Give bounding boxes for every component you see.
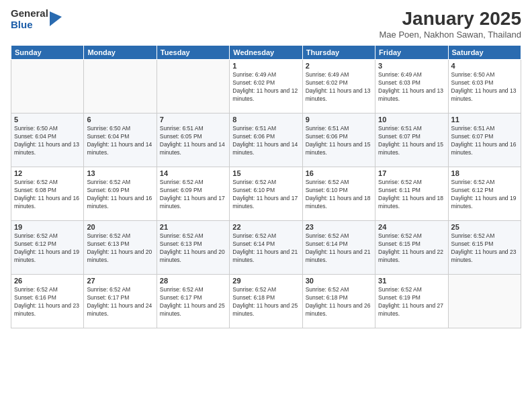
table-row: 30Sunrise: 6:52 AM Sunset: 6:18 PM Dayli… [302,275,375,328]
day-info: Sunrise: 6:52 AM Sunset: 6:15 PM Dayligh… [451,232,518,265]
table-row: 28Sunrise: 6:52 AM Sunset: 6:17 PM Dayli… [157,275,229,328]
table-row: 14Sunrise: 6:52 AM Sunset: 6:09 PM Dayli… [157,167,229,221]
day-info: Sunrise: 6:52 AM Sunset: 6:10 PM Dayligh… [232,179,299,211]
table-row: 23Sunrise: 6:52 AM Sunset: 6:14 PM Dayli… [302,221,375,275]
table-row [84,60,157,113]
day-number: 5 [14,116,81,124]
calendar-week-row: 12Sunrise: 6:52 AM Sunset: 6:08 PM Dayli… [11,167,521,221]
logo-general: General [11,8,48,19]
table-row: 7Sunrise: 6:51 AM Sunset: 6:05 PM Daylig… [157,113,229,167]
table-row: 10Sunrise: 6:51 AM Sunset: 6:07 PM Dayli… [375,113,448,167]
table-row [448,275,521,328]
day-number: 30 [306,277,372,285]
day-info: Sunrise: 6:52 AM Sunset: 6:11 PM Dayligh… [378,179,445,211]
day-number: 29 [232,277,299,285]
header-thursday: Thursday [302,46,375,60]
day-number: 20 [87,223,153,231]
day-info: Sunrise: 6:52 AM Sunset: 6:17 PM Dayligh… [160,286,226,318]
day-info: Sunrise: 6:52 AM Sunset: 6:18 PM Dayligh… [306,286,372,318]
table-row: 19Sunrise: 6:52 AM Sunset: 6:12 PM Dayli… [11,221,84,275]
day-number: 25 [451,223,518,231]
day-info: Sunrise: 6:51 AM Sunset: 6:05 PM Dayligh… [160,125,226,157]
table-row: 13Sunrise: 6:52 AM Sunset: 6:09 PM Dayli… [84,167,157,221]
header-wednesday: Wednesday [230,46,302,60]
table-row: 5Sunrise: 6:50 AM Sunset: 6:04 PM Daylig… [11,113,84,167]
day-number: 13 [87,169,153,177]
day-info: Sunrise: 6:52 AM Sunset: 6:16 PM Dayligh… [14,286,81,318]
calendar-table: Sunday Monday Tuesday Wednesday Thursday… [11,45,521,328]
day-info: Sunrise: 6:50 AM Sunset: 6:03 PM Dayligh… [451,71,518,103]
title-section: January 2025 Mae Poen, Nakhon Sawan, Tha… [379,8,521,40]
day-info: Sunrise: 6:52 AM Sunset: 6:10 PM Dayligh… [306,179,372,211]
logo-blue: Blue [11,19,48,31]
table-row: 4Sunrise: 6:50 AM Sunset: 6:03 PM Daylig… [448,60,521,113]
table-row: 26Sunrise: 6:52 AM Sunset: 6:16 PM Dayli… [11,275,84,328]
table-row: 27Sunrise: 6:52 AM Sunset: 6:17 PM Dayli… [84,275,157,328]
table-row: 6Sunrise: 6:50 AM Sunset: 6:04 PM Daylig… [84,113,157,167]
day-number: 7 [160,116,226,124]
day-number: 12 [14,169,81,177]
day-info: Sunrise: 6:52 AM Sunset: 6:12 PM Dayligh… [451,179,518,211]
calendar-week-row: 19Sunrise: 6:52 AM Sunset: 6:12 PM Dayli… [11,221,521,275]
day-info: Sunrise: 6:52 AM Sunset: 6:08 PM Dayligh… [14,179,81,211]
day-number: 8 [232,116,299,124]
table-row: 3Sunrise: 6:49 AM Sunset: 6:03 PM Daylig… [375,60,448,113]
day-info: Sunrise: 6:51 AM Sunset: 6:07 PM Dayligh… [451,125,518,157]
table-row: 25Sunrise: 6:52 AM Sunset: 6:15 PM Dayli… [448,221,521,275]
day-number: 24 [378,223,445,231]
day-info: Sunrise: 6:49 AM Sunset: 6:02 PM Dayligh… [232,71,299,103]
day-number: 10 [378,116,445,124]
day-number: 14 [160,169,226,177]
day-number: 22 [232,223,299,231]
day-number: 23 [306,223,372,231]
day-number: 16 [306,169,372,177]
month-title: January 2025 [379,8,521,30]
day-number: 1 [232,62,299,70]
calendar-week-row: 26Sunrise: 6:52 AM Sunset: 6:16 PM Dayli… [11,275,521,328]
day-info: Sunrise: 6:52 AM Sunset: 6:09 PM Dayligh… [87,179,153,211]
table-row [11,60,84,113]
day-info: Sunrise: 6:50 AM Sunset: 6:04 PM Dayligh… [14,125,81,157]
table-row: 29Sunrise: 6:52 AM Sunset: 6:18 PM Dayli… [230,275,302,328]
day-info: Sunrise: 6:49 AM Sunset: 6:02 PM Dayligh… [306,71,372,103]
table-row [157,60,229,113]
day-number: 27 [87,277,153,285]
logo: General Blue [11,8,62,30]
table-row: 22Sunrise: 6:52 AM Sunset: 6:14 PM Dayli… [230,221,302,275]
day-number: 17 [378,169,445,177]
day-info: Sunrise: 6:51 AM Sunset: 6:06 PM Dayligh… [232,125,299,157]
table-row: 9Sunrise: 6:51 AM Sunset: 6:06 PM Daylig… [302,113,375,167]
day-info: Sunrise: 6:52 AM Sunset: 6:09 PM Dayligh… [160,179,226,211]
table-row: 17Sunrise: 6:52 AM Sunset: 6:11 PM Dayli… [375,167,448,221]
header: General Blue January 2025 Mae Poen, Nakh… [11,8,521,40]
day-number: 18 [451,169,518,177]
day-info: Sunrise: 6:52 AM Sunset: 6:17 PM Dayligh… [87,286,153,318]
table-row: 18Sunrise: 6:52 AM Sunset: 6:12 PM Dayli… [448,167,521,221]
day-info: Sunrise: 6:52 AM Sunset: 6:13 PM Dayligh… [160,232,226,265]
day-number: 9 [306,116,372,124]
table-row: 12Sunrise: 6:52 AM Sunset: 6:08 PM Dayli… [11,167,84,221]
day-number: 6 [87,116,153,124]
location-title: Mae Poen, Nakhon Sawan, Thailand [379,30,521,40]
day-info: Sunrise: 6:52 AM Sunset: 6:14 PM Dayligh… [232,232,299,265]
table-row: 15Sunrise: 6:52 AM Sunset: 6:10 PM Dayli… [230,167,302,221]
table-row: 21Sunrise: 6:52 AM Sunset: 6:13 PM Dayli… [157,221,229,275]
table-row: 11Sunrise: 6:51 AM Sunset: 6:07 PM Dayli… [448,113,521,167]
day-number: 4 [451,62,518,70]
table-row: 31Sunrise: 6:52 AM Sunset: 6:19 PM Dayli… [375,275,448,328]
table-row: 2Sunrise: 6:49 AM Sunset: 6:02 PM Daylig… [302,60,375,113]
day-info: Sunrise: 6:52 AM Sunset: 6:14 PM Dayligh… [306,232,372,265]
day-info: Sunrise: 6:50 AM Sunset: 6:04 PM Dayligh… [87,125,153,157]
logo-icon [50,11,62,26]
table-row: 24Sunrise: 6:52 AM Sunset: 6:15 PM Dayli… [375,221,448,275]
weekday-header-row: Sunday Monday Tuesday Wednesday Thursday… [11,46,521,60]
table-row: 1Sunrise: 6:49 AM Sunset: 6:02 PM Daylig… [230,60,302,113]
day-info: Sunrise: 6:52 AM Sunset: 6:15 PM Dayligh… [378,232,445,265]
page: General Blue January 2025 Mae Poen, Nakh… [0,0,532,411]
table-row: 20Sunrise: 6:52 AM Sunset: 6:13 PM Dayli… [84,221,157,275]
day-number: 15 [232,169,299,177]
day-info: Sunrise: 6:52 AM Sunset: 6:13 PM Dayligh… [87,232,153,265]
day-info: Sunrise: 6:51 AM Sunset: 6:06 PM Dayligh… [306,125,372,157]
day-number: 11 [451,116,518,124]
calendar-week-row: 1Sunrise: 6:49 AM Sunset: 6:02 PM Daylig… [11,60,521,113]
